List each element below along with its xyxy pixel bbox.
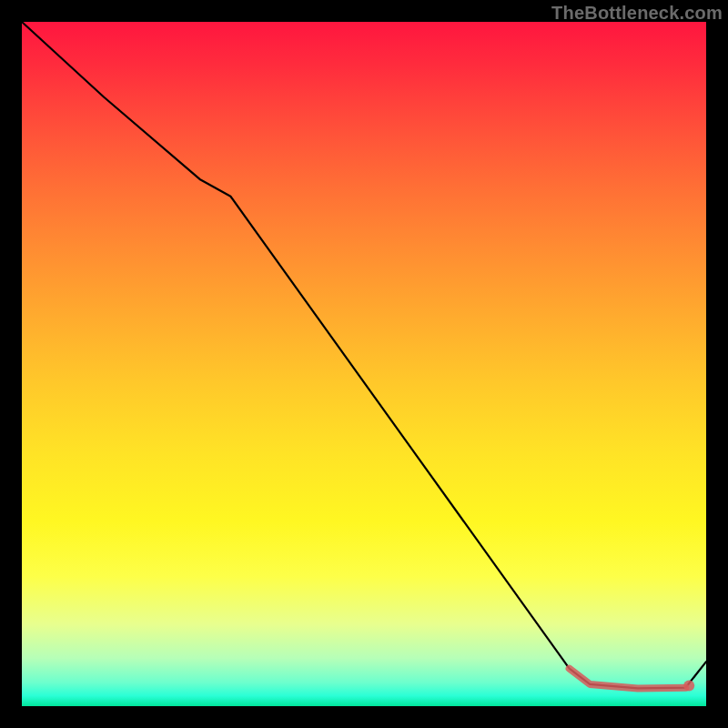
watermark: TheBottleneck.com <box>551 3 723 24</box>
curve-svg <box>22 22 706 706</box>
highlight-end-dot <box>683 680 694 691</box>
plot-area <box>22 22 706 706</box>
curve-path <box>22 22 706 688</box>
highlight-path <box>570 669 686 689</box>
chart-stage: TheBottleneck.com <box>0 0 728 728</box>
